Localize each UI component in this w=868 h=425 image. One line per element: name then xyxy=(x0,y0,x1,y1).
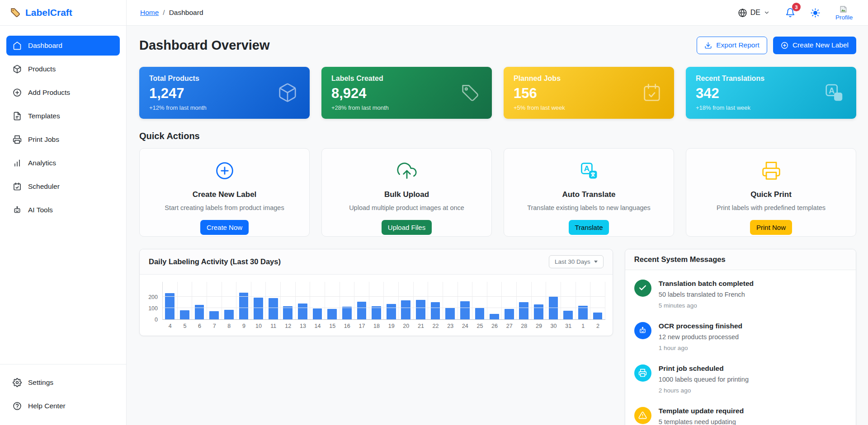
sun-icon xyxy=(811,8,820,18)
stat-label: Total Products xyxy=(149,75,300,83)
chart-bars xyxy=(163,282,605,319)
sidebar-item-templates[interactable]: Templates xyxy=(6,106,120,126)
message-time: 1 hour ago xyxy=(659,345,742,351)
translate-icon: A xyxy=(579,161,599,181)
chart-bar-col xyxy=(369,282,384,319)
sidebar-item-help-center[interactable]: Help Center xyxy=(6,396,120,416)
message-title: Template update required xyxy=(659,407,744,415)
chart-bar-col xyxy=(532,282,547,319)
export-report-button[interactable]: Export Report xyxy=(697,37,767,54)
sidebar-item-analytics[interactable]: Analytics xyxy=(6,153,120,173)
stat-label: Labels Created xyxy=(331,75,482,83)
chart-bar-col xyxy=(310,282,325,319)
x-tick-label: 18 xyxy=(369,323,384,329)
quick-actions-row: Create New LabelStart creating labels fr… xyxy=(139,148,856,237)
chart-bar-col xyxy=(517,282,532,319)
chart-bar-col xyxy=(458,282,473,319)
message-title: Translation batch completed xyxy=(659,280,754,288)
quick-action-description: Translate existing labels to new languag… xyxy=(527,204,651,211)
create-new-label-label: Create New Label xyxy=(793,41,849,50)
chart-bar xyxy=(195,305,204,319)
theme-toggle-button[interactable] xyxy=(811,8,820,18)
x-tick-label: 15 xyxy=(325,323,340,329)
chart-bar xyxy=(505,309,514,319)
chart-bar-col xyxy=(414,282,429,319)
profile-alt-text: Profile xyxy=(835,14,853,21)
sidebar-item-products[interactable]: Products xyxy=(6,59,120,79)
x-tick-label: 14 xyxy=(310,323,325,329)
sidebar-item-label: AI Tools xyxy=(28,206,53,214)
sidebar-item-label: Scheduler xyxy=(28,182,60,191)
range-selector-dropdown[interactable]: Last 30 Days xyxy=(549,255,604,268)
sidebar-item-label: Templates xyxy=(28,112,60,120)
check-icon xyxy=(634,280,651,297)
sidebar-item-ai-tools[interactable]: AI Tools xyxy=(6,200,120,220)
chart-bar-col xyxy=(192,282,207,319)
stat-card-labels-created: Labels Created8,924+28% from last month xyxy=(321,67,492,119)
sidebar-item-settings[interactable]: Settings xyxy=(6,373,120,392)
sidebar-item-label: Settings xyxy=(28,378,53,387)
sidebar-item-print-jobs[interactable]: Print Jobs xyxy=(6,130,120,149)
message-description: 50 labels translated to French xyxy=(659,291,754,298)
message-item-translation-batch-completed[interactable]: Translation batch completed50 labels tra… xyxy=(634,273,847,315)
chart-bar xyxy=(534,304,543,319)
quick-action-title: Bulk Upload xyxy=(384,190,429,199)
x-tick-label: 21 xyxy=(414,323,429,329)
profile-avatar[interactable]: Profile xyxy=(835,2,856,23)
x-tick-label: 29 xyxy=(532,323,547,329)
broken-image-icon xyxy=(835,5,848,14)
sidebar-item-dashboard[interactable]: Dashboard xyxy=(6,36,120,56)
chart-x-axis: 4567891011121314151617181920212223242526… xyxy=(143,323,605,329)
system-messages-card: Recent System Messages Translation batch… xyxy=(625,249,856,425)
y-tick-label: 0 xyxy=(155,317,158,323)
y-tick-label: 200 xyxy=(148,294,158,300)
home-icon xyxy=(13,41,22,50)
translate-button[interactable]: Translate xyxy=(569,220,609,235)
quick-action-title: Create New Label xyxy=(193,190,257,199)
sidebar-item-scheduler[interactable]: Scheduler xyxy=(6,177,120,196)
page-actions: Export Report Create New Label xyxy=(697,37,856,54)
breadcrumb-home-link[interactable]: Home xyxy=(140,9,159,17)
bar-chart: 0100200 45678910111213141516171819202122… xyxy=(140,275,613,336)
chart-bar xyxy=(209,311,219,319)
quick-action-create-new-label: Create New LabelStart creating labels fr… xyxy=(139,148,310,237)
x-tick-label: 11 xyxy=(266,323,281,329)
stat-delta: +28% from last month xyxy=(331,104,482,111)
language-code: DE xyxy=(750,9,760,17)
chart-bar xyxy=(445,308,455,319)
sidebar-item-add-products[interactable]: Add Products xyxy=(6,83,120,103)
message-item-ocr-processing-finished[interactable]: OCR processing finished12 new products p… xyxy=(634,315,847,358)
plus-circle-icon xyxy=(13,88,22,97)
chart-bar-col xyxy=(178,282,193,319)
chart-bar xyxy=(475,308,485,319)
chart-bar xyxy=(180,310,189,319)
message-item-print-job-scheduled[interactable]: Print job scheduled1000 labels queued fo… xyxy=(634,358,847,400)
range-selector-value: Last 30 Days xyxy=(555,258,590,265)
quick-action-description: Upload multiple product images at once xyxy=(349,204,464,211)
sidebar: LabelCraft DashboardProductsAdd Products… xyxy=(0,0,127,425)
calendar-check-icon xyxy=(642,82,662,103)
printer-icon xyxy=(13,135,22,144)
plus-circle-icon xyxy=(215,161,235,181)
message-item-template-update-required[interactable]: Template update required5 templates need… xyxy=(634,400,847,425)
stat-delta: +12% from last month xyxy=(149,104,300,111)
bar-chart-icon xyxy=(13,159,22,168)
quick-actions-heading: Quick Actions xyxy=(139,131,856,141)
upload-files-button[interactable]: Upload Files xyxy=(382,220,432,235)
create-now-button[interactable]: Create Now xyxy=(200,220,249,235)
quick-action-bulk-upload: Bulk UploadUpload multiple product image… xyxy=(321,148,492,237)
chart-bar xyxy=(416,300,425,319)
gear-icon xyxy=(13,378,22,387)
brand[interactable]: LabelCraft xyxy=(9,7,72,19)
print-now-button[interactable]: Print Now xyxy=(750,220,792,235)
x-tick-label: 2 xyxy=(590,323,605,329)
sidebar-item-label: Products xyxy=(28,65,56,73)
language-selector[interactable]: DE xyxy=(738,8,770,18)
box-icon xyxy=(277,82,298,103)
svg-text:A: A xyxy=(829,86,835,95)
breadcrumb-current: Dashboard xyxy=(169,9,203,17)
notifications-button[interactable]: 3 xyxy=(785,8,795,18)
create-new-label-button[interactable]: Create New Label xyxy=(773,37,856,54)
robot-icon xyxy=(634,322,651,339)
gridline xyxy=(163,308,605,308)
